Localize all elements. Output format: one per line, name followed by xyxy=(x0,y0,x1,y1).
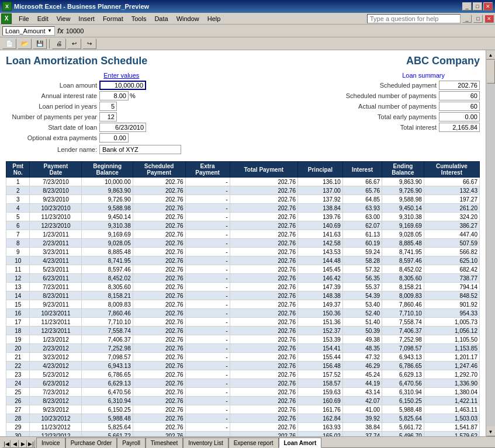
table-cell: 202.76 xyxy=(133,327,185,335)
redo-button[interactable]: ↪ xyxy=(82,39,96,49)
extra-payments-value[interactable]: 0.00 xyxy=(99,133,129,143)
table-cell: 159.63 xyxy=(298,388,343,397)
table-cell: 8,597.46 xyxy=(82,265,133,274)
menu-edit[interactable]: Edit xyxy=(34,14,52,23)
formula-value: 10000 xyxy=(66,27,84,34)
table-cell: 140.69 xyxy=(298,221,343,230)
interest-rate-label: Annual interest rate xyxy=(6,92,99,99)
table-cell: - xyxy=(185,204,230,213)
start-date-value[interactable]: 6/23/2010 xyxy=(99,123,146,132)
new-button[interactable]: 📄 xyxy=(2,39,16,49)
table-cell: 5,825.64 xyxy=(82,423,133,432)
col-ending-balance: EndingBalance xyxy=(382,162,424,178)
table-cell: 8,885.48 xyxy=(382,239,424,248)
table-cell: - xyxy=(185,327,230,335)
tab-inventory-list[interactable]: Inventory List xyxy=(183,437,228,448)
tab-timesheet[interactable]: Timesheet xyxy=(146,437,183,448)
table-cell: 197.27 xyxy=(424,195,479,204)
table-cell: 10,000.00 xyxy=(82,178,133,186)
table-cell: 145.45 xyxy=(298,265,343,274)
table-cell: 8,009.83 xyxy=(382,291,424,300)
scroll-track[interactable] xyxy=(487,60,495,426)
ribbon-close-button[interactable]: ✕ xyxy=(484,15,494,23)
tab-nav-first[interactable]: |◀ xyxy=(2,440,11,448)
percent-suffix: % xyxy=(130,92,136,99)
table-cell: 794.14 xyxy=(424,283,479,291)
table-cell: 1/23/2011 xyxy=(30,230,82,239)
table-cell: 144.48 xyxy=(298,256,343,265)
maximize-button[interactable]: □ xyxy=(473,2,482,11)
tab-nav-next[interactable]: ▶ xyxy=(19,440,27,448)
vertical-scrollbar[interactable]: ▲ ▼ xyxy=(486,50,495,436)
tab-expense-report[interactable]: Expense report xyxy=(229,437,279,448)
table-cell: 9,588.98 xyxy=(382,195,424,204)
table-cell: 6,150.25 xyxy=(82,405,133,414)
table-cell: 6,150.25 xyxy=(382,397,424,405)
loan-amount-value[interactable]: 10,000.00 xyxy=(99,81,146,90)
table-cell: 1,579.62 xyxy=(424,432,479,437)
menu-data[interactable]: Data xyxy=(151,14,171,23)
print-button[interactable]: 🖨 xyxy=(52,39,66,49)
table-cell: 8,158.21 xyxy=(82,291,133,300)
start-date-label: Start date of loan xyxy=(6,124,99,131)
ribbon-restore-button[interactable]: □ xyxy=(473,15,483,23)
table-cell: 6,943.13 xyxy=(382,353,424,362)
table-cell: 9,726.90 xyxy=(382,186,424,195)
scroll-down-button[interactable]: ▼ xyxy=(486,427,496,436)
open-button[interactable]: 📂 xyxy=(18,39,32,49)
payments-per-year-value[interactable]: 12 xyxy=(99,112,117,121)
table-cell: 202.76 xyxy=(230,291,297,300)
menu-tools[interactable]: Tools xyxy=(128,14,150,23)
table-cell: 202.76 xyxy=(133,309,185,318)
save-button[interactable]: 💾 xyxy=(33,39,47,49)
table-cell: 10/23/2010 xyxy=(30,204,82,213)
lender-value[interactable]: Bank of XYZ xyxy=(99,145,181,154)
name-box-dropdown-icon[interactable]: ▼ xyxy=(47,28,52,33)
table-cell: 5,988.48 xyxy=(82,414,133,423)
table-cell: 51.40 xyxy=(342,318,382,327)
tab-loan-amort[interactable]: Loan Amort xyxy=(279,437,322,448)
close-button[interactable]: ✕ xyxy=(483,2,493,11)
name-box[interactable]: Loan_Amount ▼ xyxy=(2,26,55,36)
table-cell: - xyxy=(185,318,230,327)
menu-format[interactable]: Format xyxy=(99,14,127,23)
tab-purchase-order[interactable]: Purchase Order xyxy=(65,437,117,448)
table-cell: 148.38 xyxy=(298,291,343,300)
table-row: 2810/23/20125,988.48202.76-202.76162.843… xyxy=(6,414,480,423)
menu-window[interactable]: Window xyxy=(173,14,203,23)
interest-rate-value[interactable]: 8.00 xyxy=(99,91,129,100)
table-cell: 8,009.83 xyxy=(82,300,133,309)
table-cell: 42.07 xyxy=(342,397,382,405)
ribbon-minimize-button[interactable]: _ xyxy=(462,15,472,23)
table-cell: 2/23/2011 xyxy=(30,239,82,248)
table-cell: - xyxy=(185,335,230,344)
table-cell: 202.76 xyxy=(230,379,297,388)
scroll-thumb[interactable] xyxy=(487,60,495,84)
menu-file[interactable]: File xyxy=(15,14,33,23)
loan-period-value[interactable]: 5 xyxy=(99,102,117,111)
table-cell: 5 xyxy=(6,213,30,221)
help-search-input[interactable] xyxy=(367,14,461,23)
tab-payroll[interactable]: Payroll xyxy=(117,437,146,448)
content-pad: Loan Amortization Schedule ABC Company E… xyxy=(0,50,486,436)
tab-nav-last[interactable]: ▶| xyxy=(27,440,35,448)
table-cell: 58.28 xyxy=(342,256,382,265)
company-name: ABC Company xyxy=(406,55,480,67)
table-cell: - xyxy=(185,283,230,291)
table-cell: - xyxy=(185,344,230,353)
table-cell: 8,452.02 xyxy=(82,274,133,283)
minimize-button[interactable]: _ xyxy=(462,2,472,11)
table-cell: - xyxy=(185,362,230,370)
col-extra-payment: ExtraPayment xyxy=(185,162,230,178)
tab-invoice[interactable]: Invoice xyxy=(36,437,65,448)
table-cell: 17 xyxy=(6,318,30,327)
menu-view[interactable]: View xyxy=(53,14,74,23)
menu-help[interactable]: Help xyxy=(204,14,224,23)
table-row: 71/23/20119,169.69202.76-202.76141.6361.… xyxy=(6,230,480,239)
menu-insert[interactable]: Insert xyxy=(75,14,98,23)
undo-button[interactable]: ↩ xyxy=(67,39,81,49)
scroll-up-button[interactable]: ▲ xyxy=(486,50,496,60)
tab-nav-prev[interactable]: ◀ xyxy=(11,440,19,448)
table-cell: 202.76 xyxy=(133,178,185,186)
table-cell: 9,863.90 xyxy=(382,178,424,186)
